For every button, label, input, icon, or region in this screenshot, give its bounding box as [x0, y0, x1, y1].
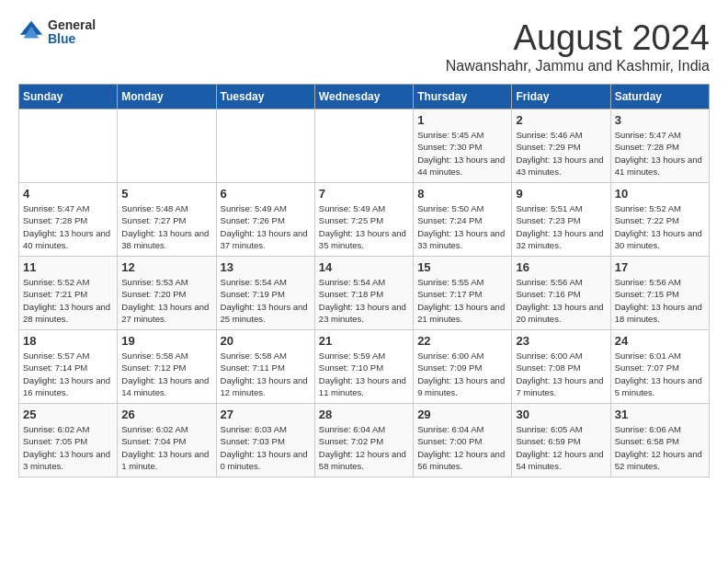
day-number: 6 [221, 187, 311, 201]
calendar-cell [19, 109, 118, 183]
column-header-sunday: Sunday [19, 85, 118, 109]
calendar-cell: 7Sunrise: 5:49 AM Sunset: 7:25 PM Daylig… [314, 183, 413, 257]
calendar-cell: 31Sunrise: 6:06 AM Sunset: 6:58 PM Dayli… [610, 404, 709, 477]
calendar-cell: 15Sunrise: 5:55 AM Sunset: 7:17 PM Dayli… [414, 257, 512, 330]
calendar-cell: 26Sunrise: 6:02 AM Sunset: 7:04 PM Dayli… [118, 404, 216, 477]
month-year-title: August 2024 [446, 18, 710, 58]
calendar-cell: 29Sunrise: 6:04 AM Sunset: 7:00 PM Dayli… [414, 404, 512, 477]
cell-info: Sunrise: 5:52 AM Sunset: 7:21 PM Dayligh… [23, 276, 113, 325]
column-header-saturday: Saturday [610, 85, 709, 109]
day-number: 21 [319, 334, 409, 348]
cell-info: Sunrise: 5:47 AM Sunset: 7:28 PM Dayligh… [615, 129, 705, 178]
calendar-cell [118, 109, 216, 183]
cell-info: Sunrise: 5:45 AM Sunset: 7:30 PM Dayligh… [417, 129, 507, 178]
calendar-cell: 2Sunrise: 5:46 AM Sunset: 7:29 PM Daylig… [512, 109, 610, 183]
calendar-cell: 17Sunrise: 5:56 AM Sunset: 7:15 PM Dayli… [610, 257, 709, 330]
calendar-cell: 4Sunrise: 5:47 AM Sunset: 7:28 PM Daylig… [19, 183, 118, 257]
cell-info: Sunrise: 6:00 AM Sunset: 7:08 PM Dayligh… [516, 350, 606, 398]
day-number: 12 [121, 260, 211, 274]
calendar-cell: 5Sunrise: 5:48 AM Sunset: 7:27 PM Daylig… [118, 183, 216, 257]
cell-info: Sunrise: 5:49 AM Sunset: 7:26 PM Dayligh… [221, 202, 311, 251]
day-number: 2 [516, 113, 606, 127]
day-number: 20 [221, 334, 311, 348]
logo-icon [18, 19, 44, 45]
day-number: 7 [319, 187, 409, 201]
calendar-cell: 27Sunrise: 6:03 AM Sunset: 7:03 PM Dayli… [216, 404, 314, 477]
day-number: 18 [23, 334, 113, 348]
cell-info: Sunrise: 6:01 AM Sunset: 7:07 PM Dayligh… [615, 350, 705, 398]
title-block: August 2024 Nawanshahr, Jammu and Kashmi… [446, 18, 710, 75]
cell-info: Sunrise: 6:00 AM Sunset: 7:09 PM Dayligh… [417, 350, 507, 398]
day-number: 8 [417, 187, 507, 201]
cell-info: Sunrise: 6:02 AM Sunset: 7:04 PM Dayligh… [121, 423, 211, 472]
calendar-cell: 18Sunrise: 5:57 AM Sunset: 7:14 PM Dayli… [19, 330, 118, 404]
logo-text: General Blue [48, 18, 96, 47]
day-number: 24 [615, 334, 705, 348]
day-number: 26 [121, 408, 211, 421]
calendar-cell: 16Sunrise: 5:56 AM Sunset: 7:16 PM Dayli… [512, 257, 610, 330]
day-number: 17 [615, 260, 705, 274]
calendar-week-1: 1Sunrise: 5:45 AM Sunset: 7:30 PM Daylig… [19, 109, 710, 183]
cell-info: Sunrise: 6:03 AM Sunset: 7:03 PM Dayligh… [221, 423, 311, 472]
day-number: 1 [417, 113, 507, 127]
cell-info: Sunrise: 5:56 AM Sunset: 7:15 PM Dayligh… [615, 276, 705, 325]
location-subtitle: Nawanshahr, Jammu and Kashmir, India [446, 58, 710, 75]
calendar-cell: 24Sunrise: 6:01 AM Sunset: 7:07 PM Dayli… [610, 330, 709, 404]
day-number: 22 [417, 334, 507, 348]
day-number: 4 [23, 187, 113, 201]
calendar-cell: 10Sunrise: 5:52 AM Sunset: 7:22 PM Dayli… [610, 183, 709, 257]
calendar-cell: 6Sunrise: 5:49 AM Sunset: 7:26 PM Daylig… [216, 183, 314, 257]
calendar-cell: 3Sunrise: 5:47 AM Sunset: 7:28 PM Daylig… [610, 109, 709, 183]
cell-info: Sunrise: 5:49 AM Sunset: 7:25 PM Dayligh… [319, 202, 409, 251]
column-header-thursday: Thursday [414, 85, 512, 109]
header-row: SundayMondayTuesdayWednesdayThursdayFrid… [19, 85, 710, 109]
logo: General Blue [18, 18, 96, 47]
day-number: 5 [121, 187, 211, 201]
column-header-wednesday: Wednesday [314, 85, 413, 109]
column-header-tuesday: Tuesday [216, 85, 314, 109]
cell-info: Sunrise: 5:56 AM Sunset: 7:16 PM Dayligh… [516, 276, 606, 325]
cell-info: Sunrise: 5:59 AM Sunset: 7:10 PM Dayligh… [319, 350, 409, 398]
day-number: 27 [221, 408, 311, 421]
day-number: 16 [516, 260, 606, 274]
cell-info: Sunrise: 5:53 AM Sunset: 7:20 PM Dayligh… [121, 276, 211, 325]
calendar-cell: 9Sunrise: 5:51 AM Sunset: 7:23 PM Daylig… [512, 183, 610, 257]
calendar-cell: 22Sunrise: 6:00 AM Sunset: 7:09 PM Dayli… [414, 330, 512, 404]
day-number: 25 [23, 408, 113, 421]
day-number: 14 [319, 260, 409, 274]
cell-info: Sunrise: 5:51 AM Sunset: 7:23 PM Dayligh… [516, 202, 606, 251]
calendar-week-5: 25Sunrise: 6:02 AM Sunset: 7:05 PM Dayli… [19, 404, 710, 477]
calendar-body: 1Sunrise: 5:45 AM Sunset: 7:30 PM Daylig… [19, 109, 710, 477]
day-number: 23 [516, 334, 606, 348]
cell-info: Sunrise: 5:54 AM Sunset: 7:18 PM Dayligh… [319, 276, 409, 325]
calendar-cell: 19Sunrise: 5:58 AM Sunset: 7:12 PM Dayli… [118, 330, 216, 404]
calendar-cell [216, 109, 314, 183]
calendar-cell: 23Sunrise: 6:00 AM Sunset: 7:08 PM Dayli… [512, 330, 610, 404]
cell-info: Sunrise: 5:58 AM Sunset: 7:11 PM Dayligh… [221, 350, 311, 398]
cell-info: Sunrise: 5:47 AM Sunset: 7:28 PM Dayligh… [23, 202, 113, 251]
cell-info: Sunrise: 5:50 AM Sunset: 7:24 PM Dayligh… [417, 202, 507, 251]
calendar-cell: 12Sunrise: 5:53 AM Sunset: 7:20 PM Dayli… [118, 257, 216, 330]
cell-info: Sunrise: 5:54 AM Sunset: 7:19 PM Dayligh… [221, 276, 311, 325]
calendar-cell [314, 109, 413, 183]
cell-info: Sunrise: 6:04 AM Sunset: 7:02 PM Dayligh… [319, 423, 409, 472]
logo-general-label: General [48, 18, 96, 32]
day-number: 28 [319, 408, 409, 421]
cell-info: Sunrise: 5:57 AM Sunset: 7:14 PM Dayligh… [23, 350, 113, 398]
day-number: 30 [516, 408, 606, 421]
column-header-monday: Monday [118, 85, 216, 109]
calendar-week-3: 11Sunrise: 5:52 AM Sunset: 7:21 PM Dayli… [19, 257, 710, 330]
day-number: 9 [516, 187, 606, 201]
cell-info: Sunrise: 5:58 AM Sunset: 7:12 PM Dayligh… [121, 350, 211, 398]
cell-info: Sunrise: 6:06 AM Sunset: 6:58 PM Dayligh… [615, 423, 705, 472]
day-number: 29 [417, 408, 507, 421]
day-number: 13 [221, 260, 311, 274]
calendar-cell: 20Sunrise: 5:58 AM Sunset: 7:11 PM Dayli… [216, 330, 314, 404]
calendar-cell: 28Sunrise: 6:04 AM Sunset: 7:02 PM Dayli… [314, 404, 413, 477]
calendar-week-2: 4Sunrise: 5:47 AM Sunset: 7:28 PM Daylig… [19, 183, 710, 257]
calendar-cell: 30Sunrise: 6:05 AM Sunset: 6:59 PM Dayli… [512, 404, 610, 477]
day-number: 31 [615, 408, 705, 421]
day-number: 19 [121, 334, 211, 348]
calendar-table: SundayMondayTuesdayWednesdayThursdayFrid… [18, 84, 710, 477]
logo-blue-label: Blue [48, 32, 96, 46]
